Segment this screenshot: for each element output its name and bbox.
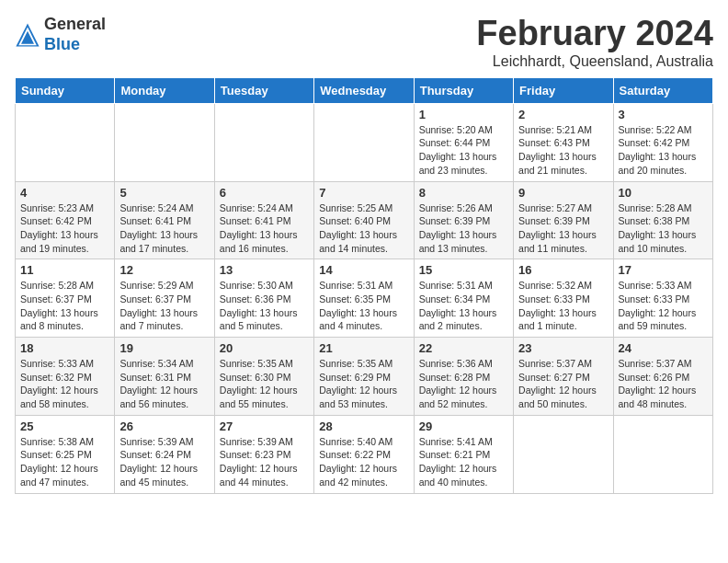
day-info: Sunrise: 5:41 AMSunset: 6:21 PMDaylight:… bbox=[419, 435, 508, 489]
day-number: 26 bbox=[119, 419, 209, 433]
calendar-cell: 21Sunrise: 5:35 AMSunset: 6:29 PMDayligh… bbox=[314, 338, 414, 416]
day-number: 16 bbox=[518, 263, 608, 277]
day-info: Sunrise: 5:34 AMSunset: 6:31 PMDaylight:… bbox=[119, 357, 209, 411]
day-number: 17 bbox=[619, 263, 708, 277]
day-info: Sunrise: 5:28 AMSunset: 6:37 PMDaylight:… bbox=[20, 279, 109, 333]
day-info: Sunrise: 5:37 AMSunset: 6:27 PMDaylight:… bbox=[518, 357, 608, 411]
day-info: Sunrise: 5:21 AMSunset: 6:43 PMDaylight:… bbox=[518, 123, 608, 178]
day-number: 22 bbox=[419, 341, 508, 355]
calendar-cell: 18Sunrise: 5:33 AMSunset: 6:32 PMDayligh… bbox=[16, 338, 115, 416]
day-number: 19 bbox=[119, 341, 209, 355]
day-number: 29 bbox=[419, 419, 508, 433]
day-info: Sunrise: 5:30 AMSunset: 6:36 PMDaylight:… bbox=[220, 279, 309, 333]
day-number: 12 bbox=[119, 263, 209, 277]
day-info: Sunrise: 5:40 AMSunset: 6:22 PMDaylight:… bbox=[319, 435, 408, 489]
calendar-cell: 19Sunrise: 5:34 AMSunset: 6:31 PMDayligh… bbox=[115, 338, 214, 416]
day-info: Sunrise: 5:23 AMSunset: 6:42 PMDaylight:… bbox=[20, 201, 109, 256]
calendar-cell bbox=[314, 103, 414, 181]
day-number: 24 bbox=[619, 341, 708, 355]
weekday-header: Monday bbox=[115, 77, 214, 103]
day-info: Sunrise: 5:28 AMSunset: 6:38 PMDaylight:… bbox=[619, 201, 708, 256]
weekday-header: Sunday bbox=[16, 77, 115, 103]
day-info: Sunrise: 5:26 AMSunset: 6:39 PMDaylight:… bbox=[419, 201, 508, 256]
day-number: 14 bbox=[319, 263, 408, 277]
day-number: 10 bbox=[619, 186, 708, 200]
day-number: 11 bbox=[20, 263, 109, 277]
title-area: February 2024 Leichhardt, Queensland, Au… bbox=[476, 15, 713, 70]
day-info: Sunrise: 5:27 AMSunset: 6:39 PMDaylight:… bbox=[518, 201, 608, 256]
day-number: 6 bbox=[220, 186, 309, 200]
day-info: Sunrise: 5:36 AMSunset: 6:28 PMDaylight:… bbox=[419, 357, 508, 411]
calendar-cell: 22Sunrise: 5:36 AMSunset: 6:28 PMDayligh… bbox=[414, 338, 513, 416]
calendar-cell: 15Sunrise: 5:31 AMSunset: 6:34 PMDayligh… bbox=[414, 259, 513, 338]
calendar-cell: 29Sunrise: 5:41 AMSunset: 6:21 PMDayligh… bbox=[414, 415, 513, 493]
calendar-cell: 13Sunrise: 5:30 AMSunset: 6:36 PMDayligh… bbox=[214, 259, 313, 338]
calendar-cell bbox=[514, 415, 613, 493]
calendar-cell: 1Sunrise: 5:20 AMSunset: 6:44 PMDaylight… bbox=[414, 103, 513, 181]
calendar-week-row: 4Sunrise: 5:23 AMSunset: 6:42 PMDaylight… bbox=[16, 181, 713, 259]
logo-icon bbox=[15, 22, 40, 48]
day-info: Sunrise: 5:35 AMSunset: 6:30 PMDaylight:… bbox=[220, 357, 309, 411]
calendar-cell: 14Sunrise: 5:31 AMSunset: 6:35 PMDayligh… bbox=[314, 259, 414, 338]
calendar-cell: 11Sunrise: 5:28 AMSunset: 6:37 PMDayligh… bbox=[16, 259, 115, 338]
day-number: 15 bbox=[419, 263, 508, 277]
day-number: 3 bbox=[619, 108, 708, 121]
logo: General Blue bbox=[15, 15, 106, 54]
day-number: 18 bbox=[20, 341, 109, 355]
calendar-body: 1Sunrise: 5:20 AMSunset: 6:44 PMDaylight… bbox=[16, 103, 713, 493]
day-number: 5 bbox=[119, 186, 209, 200]
calendar-cell: 10Sunrise: 5:28 AMSunset: 6:38 PMDayligh… bbox=[613, 181, 712, 259]
calendar-cell: 24Sunrise: 5:37 AMSunset: 6:26 PMDayligh… bbox=[613, 338, 712, 416]
calendar-cell: 26Sunrise: 5:39 AMSunset: 6:24 PMDayligh… bbox=[115, 415, 214, 493]
calendar-cell: 6Sunrise: 5:24 AMSunset: 6:41 PMDaylight… bbox=[214, 181, 313, 259]
weekday-header: Thursday bbox=[414, 77, 513, 103]
calendar-cell: 2Sunrise: 5:21 AMSunset: 6:43 PMDaylight… bbox=[514, 103, 613, 181]
weekday-header: Wednesday bbox=[314, 77, 414, 103]
calendar-week-row: 11Sunrise: 5:28 AMSunset: 6:37 PMDayligh… bbox=[16, 259, 713, 338]
day-number: 13 bbox=[220, 263, 309, 277]
day-info: Sunrise: 5:35 AMSunset: 6:29 PMDaylight:… bbox=[319, 357, 408, 411]
day-info: Sunrise: 5:20 AMSunset: 6:44 PMDaylight:… bbox=[419, 123, 508, 178]
calendar-cell: 25Sunrise: 5:38 AMSunset: 6:25 PMDayligh… bbox=[16, 415, 115, 493]
day-number: 28 bbox=[319, 419, 408, 433]
day-number: 8 bbox=[419, 186, 508, 200]
calendar-cell: 7Sunrise: 5:25 AMSunset: 6:40 PMDaylight… bbox=[314, 181, 414, 259]
calendar-week-row: 1Sunrise: 5:20 AMSunset: 6:44 PMDaylight… bbox=[16, 103, 713, 181]
calendar-cell: 27Sunrise: 5:39 AMSunset: 6:23 PMDayligh… bbox=[214, 415, 313, 493]
day-number: 25 bbox=[20, 419, 109, 433]
day-number: 23 bbox=[518, 341, 608, 355]
day-number: 27 bbox=[220, 419, 309, 433]
calendar-cell: 4Sunrise: 5:23 AMSunset: 6:42 PMDaylight… bbox=[16, 181, 115, 259]
day-info: Sunrise: 5:32 AMSunset: 6:33 PMDaylight:… bbox=[518, 279, 608, 333]
calendar-cell: 5Sunrise: 5:24 AMSunset: 6:41 PMDaylight… bbox=[115, 181, 214, 259]
calendar-cell: 9Sunrise: 5:27 AMSunset: 6:39 PMDaylight… bbox=[514, 181, 613, 259]
calendar-cell bbox=[613, 415, 712, 493]
day-info: Sunrise: 5:22 AMSunset: 6:42 PMDaylight:… bbox=[619, 123, 708, 178]
day-info: Sunrise: 5:25 AMSunset: 6:40 PMDaylight:… bbox=[319, 201, 408, 256]
calendar-table: SundayMondayTuesdayWednesdayThursdayFrid… bbox=[15, 77, 713, 494]
day-number: 21 bbox=[319, 341, 408, 355]
day-info: Sunrise: 5:39 AMSunset: 6:24 PMDaylight:… bbox=[119, 435, 209, 489]
weekday-header: Tuesday bbox=[214, 77, 313, 103]
day-info: Sunrise: 5:24 AMSunset: 6:41 PMDaylight:… bbox=[220, 201, 309, 256]
day-info: Sunrise: 5:29 AMSunset: 6:37 PMDaylight:… bbox=[119, 279, 209, 333]
calendar-cell: 12Sunrise: 5:29 AMSunset: 6:37 PMDayligh… bbox=[115, 259, 214, 338]
day-info: Sunrise: 5:39 AMSunset: 6:23 PMDaylight:… bbox=[220, 435, 309, 489]
logo-general-text: General bbox=[44, 15, 106, 33]
location-subtitle: Leichhardt, Queensland, Australia bbox=[476, 53, 713, 70]
weekday-row: SundayMondayTuesdayWednesdayThursdayFrid… bbox=[16, 77, 713, 103]
month-title: February 2024 bbox=[476, 15, 713, 53]
logo-blue-text: Blue bbox=[44, 35, 80, 53]
calendar-cell: 23Sunrise: 5:37 AMSunset: 6:27 PMDayligh… bbox=[514, 338, 613, 416]
day-info: Sunrise: 5:37 AMSunset: 6:26 PMDaylight:… bbox=[619, 357, 708, 411]
calendar-cell: 16Sunrise: 5:32 AMSunset: 6:33 PMDayligh… bbox=[514, 259, 613, 338]
day-info: Sunrise: 5:24 AMSunset: 6:41 PMDaylight:… bbox=[119, 201, 209, 256]
day-number: 4 bbox=[20, 186, 109, 200]
day-number: 7 bbox=[319, 186, 408, 200]
day-info: Sunrise: 5:33 AMSunset: 6:32 PMDaylight:… bbox=[20, 357, 109, 411]
day-number: 9 bbox=[518, 186, 608, 200]
day-info: Sunrise: 5:33 AMSunset: 6:33 PMDaylight:… bbox=[619, 279, 708, 333]
header: General Blue February 2024 Leichhardt, Q… bbox=[15, 15, 713, 70]
day-info: Sunrise: 5:38 AMSunset: 6:25 PMDaylight:… bbox=[20, 435, 109, 489]
calendar-week-row: 25Sunrise: 5:38 AMSunset: 6:25 PMDayligh… bbox=[16, 415, 713, 493]
